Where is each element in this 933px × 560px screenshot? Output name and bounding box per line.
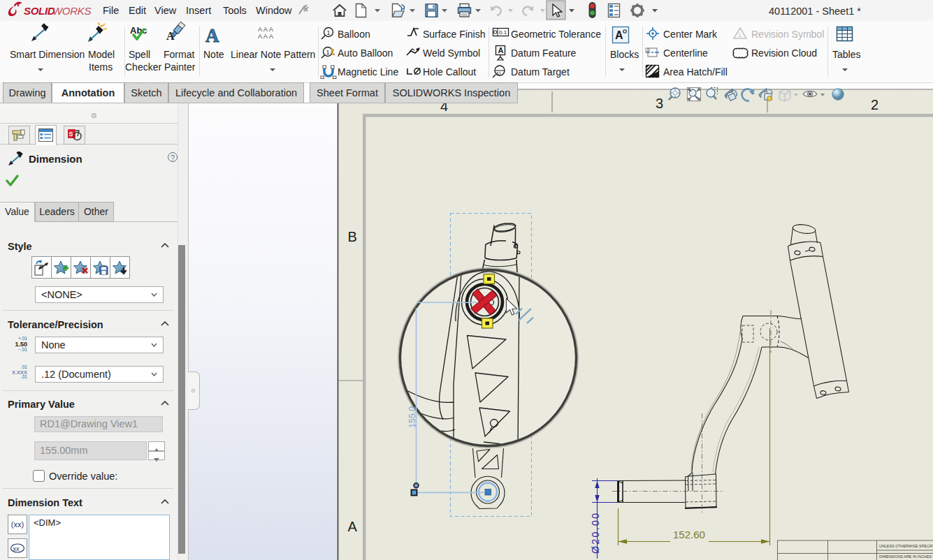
svg-text:AAA: AAA [258, 32, 275, 40]
svg-text:S: S [69, 131, 73, 138]
svg-text:A: A [615, 29, 623, 41]
svg-text:A1: A1 [496, 71, 502, 76]
svg-text:1: 1 [738, 31, 742, 38]
svg-text:A: A [498, 46, 504, 54]
svg-text:Ø20.00: Ø20.00 [590, 513, 601, 554]
svg-text:3: 3 [656, 96, 663, 111]
svg-text:152.60: 152.60 [673, 529, 705, 540]
svg-text:A: A [205, 25, 219, 46]
svg-text:xx: xx [13, 545, 20, 552]
svg-text:DIMENSIONS ARE IN INCHES: DIMENSIONS ARE IN INCHES [879, 554, 932, 559]
svg-text:155.0: 155.0 [407, 406, 417, 428]
svg-text:WORKS: WORKS [52, 5, 91, 17]
svg-text:1: 1 [327, 29, 331, 36]
svg-text:0.1: 0.1 [499, 29, 507, 36]
svg-text:SOLID: SOLID [24, 5, 55, 17]
svg-text:2: 2 [871, 97, 878, 112]
svg-text:1: 1 [326, 49, 330, 56]
svg-text:B: B [348, 229, 357, 244]
svg-text:UNLESS OTHERWISE SPECIFIED:: UNLESS OTHERWISE SPECIFIED: [879, 544, 933, 548]
svg-text:A: A [348, 519, 358, 534]
